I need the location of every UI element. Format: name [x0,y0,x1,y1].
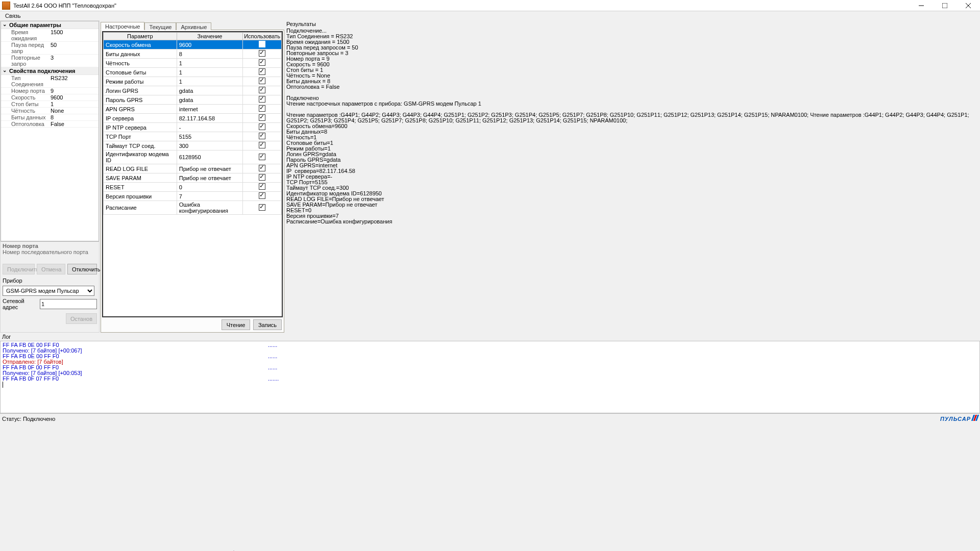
checkbox-icon[interactable] [259,87,265,93]
cell-use[interactable] [243,192,282,201]
table-row[interactable]: TCP Порт5155 [104,132,282,141]
cell-value[interactable]: Ошибка конфигурирования [177,201,242,215]
checkbox-icon[interactable] [259,114,265,121]
checkbox-icon[interactable] [259,96,265,103]
cell-param[interactable]: Скорость обмена [104,40,177,49]
cell-use[interactable] [243,183,282,192]
table-row[interactable]: Пароль GPRSgdata [104,95,282,105]
table-row[interactable]: Режим работы1 [104,77,282,86]
propgrid-value[interactable]: 9 [50,88,99,94]
propgrid-row[interactable]: ОптоголовкаFalse [1,121,99,128]
checkbox-icon[interactable] [259,142,265,148]
propgrid-value[interactable]: None [50,108,99,114]
propgrid-value[interactable]: 50 [50,42,99,54]
cell-use[interactable] [243,114,282,123]
table-row[interactable]: SAVE PARAMПрибор не отвечает [104,173,282,183]
cell-value[interactable]: 1 [177,59,242,68]
cell-use[interactable] [243,164,282,173]
cell-value[interactable]: 0 [177,183,242,192]
checkbox-icon[interactable] [259,59,265,66]
propgrid-row[interactable]: Скорость9600 [1,94,99,101]
table-row[interactable]: READ LOG FILEПрибор не отвечает [104,164,282,173]
checkbox-icon[interactable] [259,68,265,75]
cell-value[interactable]: 9600 [177,40,242,49]
cell-value[interactable]: 8 [177,49,242,59]
write-button[interactable]: Запись [253,319,282,330]
cell-param[interactable]: Идентификатор модема ID [104,151,177,164]
cell-param[interactable]: TCP Порт [104,132,177,141]
cell-use[interactable] [243,151,282,164]
cell-param[interactable]: Версия прошивки [104,192,177,201]
checkbox-icon[interactable] [259,154,265,160]
results-text[interactable]: Подключение... Тип Соединения = RS232 Вр… [286,28,978,333]
cell-value[interactable]: 5155 [177,132,242,141]
col-value[interactable]: Значение [177,33,242,40]
propgrid-row[interactable]: Время ожидания1500 [1,29,99,42]
cell-param[interactable]: Стоповые биты [104,68,177,77]
cell-param[interactable]: Биты данных [104,49,177,59]
cell-use[interactable] [243,173,282,183]
table-row[interactable]: IP NTP сервера- [104,123,282,132]
checkbox-icon[interactable] [259,78,265,84]
table-row[interactable]: Стоповые биты1 [104,68,282,77]
checkbox-icon[interactable] [259,192,265,199]
cell-use[interactable] [243,49,282,59]
cell-value[interactable]: - [177,123,242,132]
table-row[interactable]: Логин GPRSgdata [104,86,282,95]
cell-use[interactable] [243,86,282,95]
parameters-grid[interactable]: Параметр Значение Использовать Скорость … [102,31,283,317]
cell-value[interactable]: 1 [177,68,242,77]
propgrid-value[interactable]: 1 [50,101,99,107]
cell-value[interactable]: 1 [177,77,242,86]
cell-value[interactable]: 7 [177,192,242,201]
cell-value[interactable]: Прибор не отвечает [177,173,242,183]
cell-use[interactable] [243,123,282,132]
close-button[interactable] [957,0,980,11]
cell-param[interactable]: APN GPRS [104,105,177,114]
cell-param[interactable]: Таймаут TCP соед. [104,141,177,151]
cell-param[interactable]: IP сервера [104,114,177,123]
cell-use[interactable] [243,105,282,114]
propgrid-value[interactable]: 8 [50,114,99,120]
cell-param[interactable]: RESET [104,183,177,192]
cell-param[interactable]: Чётность [104,59,177,68]
cell-use[interactable] [243,132,282,141]
table-row[interactable]: Скорость обмена9600 [104,40,282,49]
propgrid-category-connection[interactable]: Свойства подключения [1,67,99,75]
checkbox-icon[interactable] [259,133,265,139]
propgrid-value[interactable]: False [50,121,99,127]
propgrid-row[interactable]: Номер порта9 [1,88,99,94]
table-row[interactable]: Биты данных8 [104,49,282,59]
cell-value[interactable]: gdata [177,86,242,95]
menu-connection[interactable]: Связь [2,12,23,20]
network-address-input[interactable] [40,299,97,309]
col-parameter[interactable]: Параметр [104,33,177,40]
cell-value[interactable]: gdata [177,95,242,105]
cell-use[interactable] [243,201,282,215]
table-row[interactable]: РасписаниеОшибка конфигурирования [104,201,282,215]
cell-param[interactable]: Пароль GPRS [104,95,177,105]
log-area[interactable]: FF FA FB 0E 00 FF F0...... Получено: [7 … [0,341,980,413]
tab-archive[interactable]: Архивные [176,22,211,30]
cell-param[interactable]: Расписание [104,201,177,215]
propgrid-row[interactable]: ЧётностьNone [1,108,99,114]
cell-param[interactable]: READ LOG FILE [104,164,177,173]
cell-value[interactable]: internet [177,105,242,114]
disconnect-button[interactable]: Отключить [67,264,97,274]
maximize-button[interactable] [933,0,957,11]
table-row[interactable]: APN GPRSinternet [104,105,282,114]
cell-value[interactable]: 6128950 [177,151,242,164]
cell-param[interactable]: IP NTP сервера [104,123,177,132]
table-row[interactable]: Чётность1 [104,59,282,68]
property-grid[interactable]: Общие параметры Время ожидания1500Пауза … [1,21,99,241]
propgrid-value[interactable]: 1500 [50,29,99,41]
cell-value[interactable]: Прибор не отвечает [177,164,242,173]
propgrid-value[interactable]: 3 [50,55,99,67]
cell-use[interactable] [243,77,282,86]
col-use[interactable]: Использовать [243,33,282,40]
read-button[interactable]: Чтение [222,319,250,330]
cell-use[interactable] [243,95,282,105]
checkbox-icon[interactable] [259,50,265,57]
propgrid-row[interactable]: Тип СоединенияRS232 [1,75,99,88]
cell-use[interactable] [243,68,282,77]
